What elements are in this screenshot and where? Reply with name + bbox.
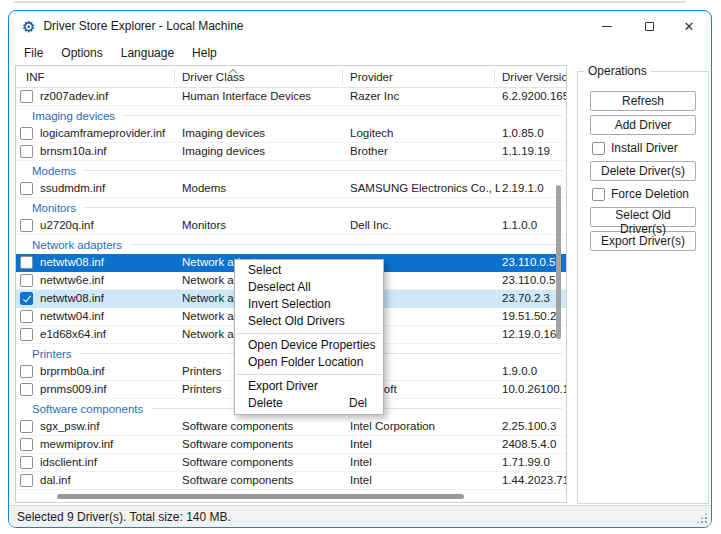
context-item-label: Delete <box>248 395 283 412</box>
group-label: Imaging devices <box>32 110 115 122</box>
inf-cell: mewmiprov.inf <box>40 436 180 453</box>
column-header-driver-version[interactable]: Driver Versio <box>502 66 566 88</box>
refresh-button[interactable]: Refresh <box>590 91 696 111</box>
context-open-device-properties[interactable]: Open Device Properties <box>235 337 383 354</box>
row-checkbox[interactable] <box>20 310 33 323</box>
horizontal-scrollbar-thumb[interactable] <box>57 494 464 499</box>
table-row[interactable]: logicamframeprovider.infImaging devicesL… <box>16 125 566 143</box>
context-item-label: Open Device Properties <box>248 337 375 354</box>
title-bar[interactable]: ⚙ Driver Store Explorer - Local Machine … <box>9 11 711 41</box>
app-window: ⚙ Driver Store Explorer - Local Machine … <box>8 10 712 528</box>
driver-class-cell: Monitors <box>182 217 348 234</box>
select-old-driver-s-button[interactable]: Select Old Driver(s) <box>590 207 696 227</box>
vertical-scrollbar-thumb[interactable] <box>556 185 561 339</box>
version-cell: 6.2.9200.165 <box>502 88 567 105</box>
operations-panel: Operations RefreshAdd DriverInstall Driv… <box>577 71 709 504</box>
row-checkbox[interactable] <box>20 474 33 487</box>
inf-cell: dal.inf <box>40 472 180 489</box>
version-cell: 1.1.19.19 <box>502 143 567 160</box>
table-row[interactable]: rz007adev.infHuman Interface DevicesRaze… <box>16 88 566 106</box>
add-driver-button[interactable]: Add Driver <box>590 115 696 135</box>
row-checkbox-checked[interactable] <box>20 292 33 305</box>
inf-cell: brprmb0a.inf <box>40 363 180 380</box>
context-delete[interactable]: DeleteDel <box>235 395 383 412</box>
driver-class-cell: Modems <box>182 180 348 197</box>
driver-class-cell: Imaging devices <box>182 125 348 142</box>
row-checkbox[interactable] <box>20 328 33 341</box>
context-item-label: Export Driver <box>248 378 318 395</box>
row-checkbox[interactable] <box>20 420 33 433</box>
menu-options[interactable]: Options <box>52 43 111 63</box>
group-line <box>123 115 562 116</box>
row-checkbox[interactable] <box>20 456 33 469</box>
context-select[interactable]: Select <box>235 262 383 279</box>
close-button[interactable]: ✕ <box>671 11 707 41</box>
context-select-old-drivers[interactable]: Select Old Drivers <box>235 313 383 330</box>
context-item-label: Deselect All <box>248 279 311 296</box>
checkbox-box[interactable] <box>592 188 605 201</box>
row-checkbox[interactable] <box>20 145 33 158</box>
group-label: Software components <box>32 403 143 415</box>
column-header-provider[interactable]: Provider <box>350 66 393 88</box>
row-checkbox[interactable] <box>20 182 33 195</box>
row-checkbox[interactable] <box>20 383 33 396</box>
force-deletion-checkbox[interactable]: Force Deletion <box>592 187 708 201</box>
menu-language[interactable]: Language <box>112 43 183 63</box>
provider-cell: Dell Inc. <box>350 217 500 234</box>
context-export-driver[interactable]: Export Driver <box>235 378 383 395</box>
header-separator <box>174 69 175 85</box>
row-checkbox[interactable] <box>20 127 33 140</box>
menu-help[interactable]: Help <box>183 43 226 63</box>
row-checkbox[interactable] <box>20 365 33 378</box>
shortcut-label: Del <box>349 395 367 412</box>
install-driver-checkbox[interactable]: Install Driver <box>592 141 708 155</box>
table-row[interactable]: u2720q.infMonitorsDell Inc.1.1.0.0 <box>16 217 566 235</box>
maximize-button[interactable] <box>631 11 667 41</box>
group-header-network-adapters: Network adapters <box>16 235 566 254</box>
resize-grip-icon[interactable] <box>696 512 708 524</box>
status-text: Selected 9 Driver(s). Total size: 140 MB… <box>17 510 231 524</box>
row-checkbox[interactable] <box>20 274 33 287</box>
menu-separator <box>236 333 382 334</box>
row-checkbox[interactable] <box>20 219 33 232</box>
checkbox-box[interactable] <box>592 142 605 155</box>
table-row[interactable]: ssudmdm.infModemsSAMSUNG Electronics Co.… <box>16 180 566 198</box>
provider-cell: Intel Corporation <box>350 418 500 435</box>
column-header-inf[interactable]: INF <box>26 66 45 88</box>
table-row[interactable]: idsclient.infSoftware componentsIntel1.7… <box>16 454 566 472</box>
context-deselect-all[interactable]: Deselect All <box>235 279 383 296</box>
row-checkbox[interactable] <box>20 90 33 103</box>
table-row[interactable]: brnsm10a.infImaging devicesBrother1.1.19… <box>16 143 566 161</box>
version-cell: 1.9.0.0 <box>502 363 567 380</box>
table-row[interactable]: sgx_psw.infSoftware componentsIntel Corp… <box>16 418 566 436</box>
group-header-monitors: Monitors <box>16 198 566 217</box>
context-open-folder-location[interactable]: Open Folder Location <box>235 354 383 371</box>
group-line <box>84 170 562 171</box>
column-header-driver-class[interactable]: Driver Class <box>182 66 245 88</box>
header-separator <box>494 69 495 85</box>
row-checkbox[interactable] <box>20 438 33 451</box>
menu-file[interactable]: File <box>15 43 52 63</box>
export-driver-s-button[interactable]: Export Driver(s) <box>590 231 696 251</box>
version-cell: 1.44.2023.71 <box>502 472 567 489</box>
inf-cell: brnsm10a.inf <box>40 143 180 160</box>
driver-class-cell: Software components <box>182 454 348 471</box>
minimize-icon <box>602 26 612 27</box>
context-invert-selection[interactable]: Invert Selection <box>235 296 383 313</box>
table-row[interactable]: mewmiprov.infSoftware componentsIntel240… <box>16 436 566 454</box>
version-cell: 1.71.99.0 <box>502 454 567 471</box>
inf-cell: idsclient.inf <box>40 454 180 471</box>
status-bar: Selected 9 Driver(s). Total size: 140 MB… <box>9 505 711 528</box>
minimize-button[interactable] <box>589 11 625 41</box>
inf-cell: logicamframeprovider.inf <box>40 125 180 142</box>
driver-class-cell: Human Interface Devices <box>182 88 348 105</box>
driver-class-cell: Software components <box>182 472 348 489</box>
provider-cell: Intel <box>350 454 500 471</box>
version-cell: 1.0.85.0 <box>502 125 567 142</box>
row-checkbox[interactable] <box>20 256 33 269</box>
table-row[interactable]: dal.infSoftware componentsIntel1.44.2023… <box>16 472 566 490</box>
provider-cell: Logitech <box>350 125 500 142</box>
group-line <box>130 244 562 245</box>
delete-driver-s-button[interactable]: Delete Driver(s) <box>590 161 696 181</box>
inf-cell: netwtw6e.inf <box>40 272 180 289</box>
